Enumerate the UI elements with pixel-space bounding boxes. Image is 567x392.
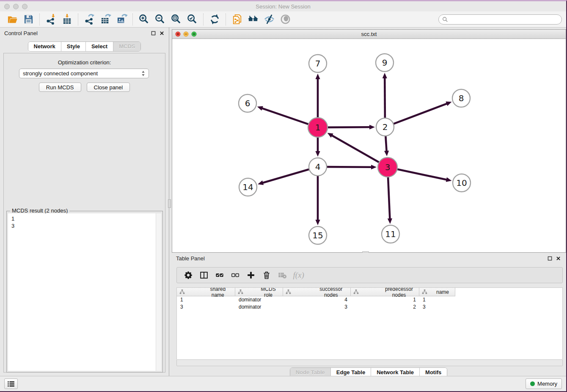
delete-table-button [274,269,290,282]
column-header-name[interactable]: name [419,288,455,296]
import-table-button[interactable] [59,13,75,26]
mcds-result-area[interactable]: 13 [8,213,161,371]
column-header-shared-name[interactable]: shared name [177,288,235,296]
network-workspace: scc.txt 7968124314101511 Table Panel f(x… [170,28,566,376]
duplicate-network-button[interactable] [229,13,245,26]
tab-select[interactable]: Select [86,42,113,51]
delete-columns-button[interactable] [259,269,274,282]
column-header-MCDS-role[interactable]: MCDS role [235,288,283,296]
tab-mcds[interactable]: MCDS [113,42,140,51]
column-settings-button[interactable] [180,269,196,282]
list-icon [7,381,15,387]
toggle-graphics-details-button[interactable] [261,13,277,26]
table-cell[interactable]: 1 [419,296,455,304]
table-cell[interactable]: 3 [283,304,351,311]
unselect-all-columns-button[interactable] [227,269,243,282]
node-label-15: 15 [312,230,323,240]
show-network-windows-button[interactable] [245,13,261,26]
tab-style[interactable]: Style [61,42,86,51]
node-label-1: 1 [315,122,321,133]
node-label-14: 14 [242,182,253,192]
edge-arrow-1-2 [369,125,375,130]
table-panel-title: Table Panel [176,255,205,262]
edge-arrow-3-11 [388,218,392,224]
control-panel-float-button[interactable] [151,30,156,36]
close-panel-button[interactable]: Close panel [87,83,130,92]
create-column-button[interactable] [243,269,259,282]
table-row[interactable]: 1dominator411 [177,296,562,304]
memory-status-icon [530,381,535,386]
search-input[interactable] [450,17,558,22]
table-cell[interactable]: 3 [177,304,235,311]
import-network-button[interactable] [43,13,59,26]
export-table-button[interactable] [97,13,113,26]
table-panel-close-button[interactable] [556,256,561,261]
edge-1-2[interactable] [327,127,370,127]
table-cell[interactable]: dominator [235,296,283,304]
edge-3-11[interactable] [388,176,390,219]
select-all-columns-icon [215,271,224,280]
table-cell[interactable]: 4 [283,296,351,304]
vertical-splitter-handle[interactable] [168,199,171,208]
table-cell[interactable]: dominator [235,304,283,311]
column-header-label: name [436,289,453,295]
mcds-result-title: MCDS result (2 nodes) [10,207,69,214]
network-view-titlebar[interactable]: scc.txt [172,30,566,39]
table-cell[interactable]: 2 [351,304,419,311]
open-file-button[interactable] [4,13,20,26]
export-image-button[interactable] [113,13,129,26]
edge-4-14[interactable] [262,169,310,183]
table-panel-float-button[interactable] [547,256,553,261]
duplicate-network-icon [231,14,243,25]
table-cell[interactable]: 3 [419,304,455,311]
optimization-criterion-label: Optimization criterion: [4,59,165,66]
network-canvas[interactable]: 7968124314101511 [172,39,566,252]
edge-3-10[interactable] [396,169,447,179]
column-header-predecessor-nodes[interactable]: predecessor nodes [351,288,419,296]
export-network-button[interactable] [81,13,97,26]
control-panel-close-button[interactable] [159,30,165,36]
search-box[interactable] [438,14,562,25]
tab-network[interactable]: Network [28,42,61,51]
zoom-in-button[interactable] [136,13,152,26]
mcds-panel: Optimization criterion: strongly connect… [3,53,165,373]
optimization-criterion-select[interactable]: strongly connected component [19,69,149,78]
delete-columns-icon [262,271,271,280]
edge-3-1[interactable] [331,135,380,163]
table-cell[interactable]: 1 [177,296,235,304]
create-column-icon [246,271,256,280]
float-icon [548,256,552,261]
attribute-type-icon [422,289,435,295]
mcds-result-scrollbar[interactable] [156,213,161,371]
zoom-selected-button[interactable] [184,13,200,26]
function-builder-icon: f(x) [293,271,303,280]
edge-2-8[interactable] [393,103,447,124]
edge-2-3[interactable] [385,135,386,152]
optimization-criterion-value: strongly connected component [23,70,98,77]
edge-2-9[interactable] [385,77,385,119]
zoom-out-button[interactable] [152,13,168,26]
node-label-7: 7 [315,58,321,69]
zoom-fit-button[interactable] [168,13,184,26]
save-session-button[interactable] [20,13,36,26]
network-graph[interactable]: 7968124314101511 [172,39,566,252]
apply-preferred-layout-button[interactable] [206,13,223,26]
memory-button[interactable]: Memory [526,378,562,389]
show-graphics-details-icon [280,14,291,25]
edge-arrow-4-15 [315,220,320,225]
column-header-successor-nodes[interactable]: successor nodes [283,288,351,296]
export-network-icon [84,14,95,25]
toggle-panel-mode-button[interactable] [196,269,212,282]
edge-1-6[interactable] [261,108,309,124]
run-mcds-button[interactable]: Run MCDS [39,83,81,92]
table-cell[interactable]: 1 [351,296,419,304]
node-label-3: 3 [385,162,391,172]
edge-4-3[interactable] [326,167,372,167]
node-label-4: 4 [315,162,321,172]
control-panel-title: Control Panel [4,30,38,36]
table-header-row: shared nameMCDS rolesuccessor nodesprede… [177,288,562,296]
table-horizontal-scrollbar[interactable] [176,359,563,366]
select-all-columns-button[interactable] [212,269,227,282]
table-row[interactable]: 3dominator323 [177,304,562,311]
task-history-button[interactable] [4,378,18,389]
